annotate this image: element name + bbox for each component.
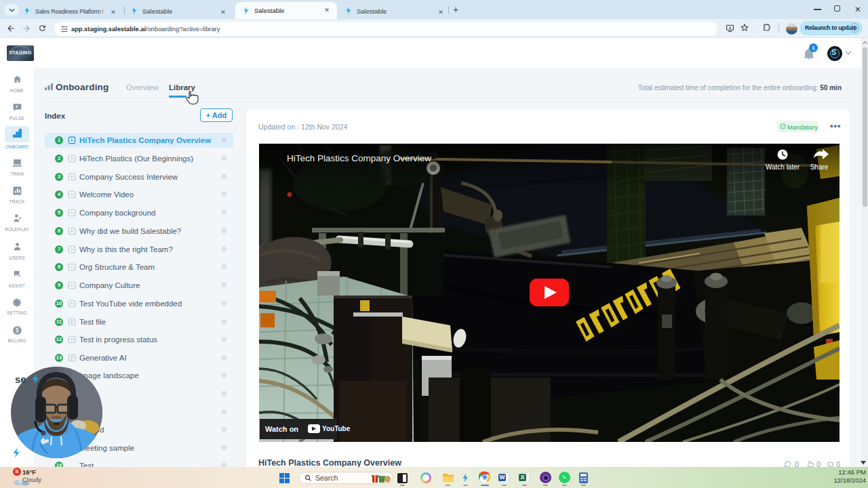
- svg-text:Share: Share: [810, 163, 829, 171]
- svg-text:HiTech Plastics Company Overvi: HiTech Plastics Company Overview: [287, 153, 431, 163]
- svg-text:Watch on: Watch on: [265, 425, 298, 433]
- svg-text:Watch later: Watch later: [766, 163, 800, 171]
- svg-text:YouTube: YouTube: [322, 425, 351, 432]
